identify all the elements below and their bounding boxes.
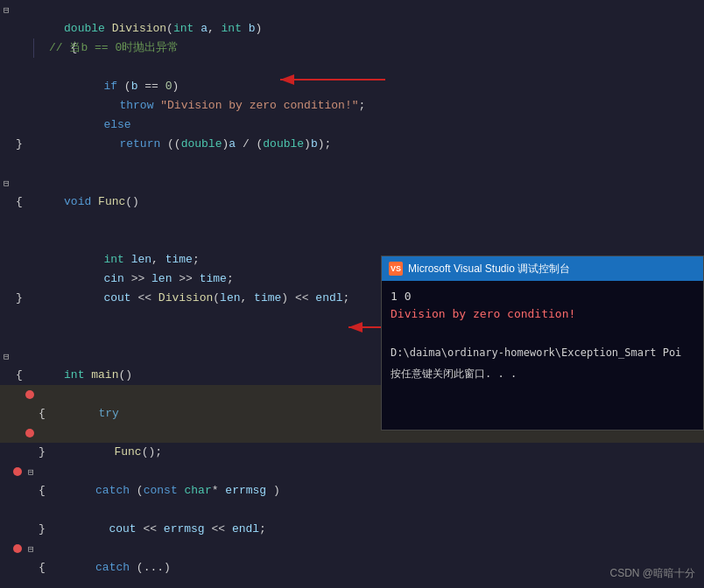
code-text-4: if (b == 0) [49, 58, 704, 77]
debug-console: VS Microsoft Visual Studio 调试控制台 1 0 Div… [381, 256, 704, 430]
code-line-6: else [0, 96, 704, 116]
code-text-26: { [39, 481, 704, 500]
collapse-btn-19[interactable]: ⊟ [4, 351, 10, 362]
code-line-24: } [0, 443, 704, 462]
code-text-25: catch (const char* errmsg ) [41, 462, 704, 481]
watermark-text: CSDN @暗暗十分 [609, 567, 695, 579]
collapse-btn-1[interactable]: ⊟ [4, 4, 10, 16]
code-line-8: } [0, 135, 704, 154]
watermark: CSDN @暗暗十分 [609, 566, 695, 581]
code-line-5: throw "Division by zero condition!"; [0, 77, 704, 96]
debug-output: 1 0 Division by zero condition! D:\daima… [382, 281, 703, 389]
code-text-31: cout << "unkown exception" << endl; [54, 578, 704, 588]
code-text-2: { [16, 19, 704, 38]
code-line-9 [0, 154, 704, 173]
breakpoint-dot-29 [13, 544, 22, 553]
code-text-1: double Division(int a, int b) [10, 0, 704, 19]
debug-console-title: Microsoft Visual Studio 调试控制台 [408, 262, 570, 276]
code-text-10: void Func() [10, 173, 704, 192]
debug-path: D:\daima\ordinary-homework\Exception_Sma… [391, 344, 694, 361]
code-line-25: ⊟ catch (const char* errmsg ) [0, 462, 704, 481]
code-text-27: cout << errmsg << endl; [54, 500, 704, 520]
code-text-12 [49, 212, 704, 231]
code-line-7: return ((double)a / (double)b); [0, 116, 704, 135]
code-line-28: } [0, 520, 704, 539]
code-text-30: { [39, 558, 704, 578]
code-text-29: catch (...) [41, 539, 704, 558]
code-line-12 [0, 212, 704, 231]
debug-titlebar: VS Microsoft Visual Studio 调试控制台 [382, 256, 703, 281]
code-text-24: } [39, 443, 704, 462]
code-text-13: int len, time; [49, 231, 704, 250]
code-line-29: ⊟ catch (...) [0, 539, 704, 558]
code-line-30: { [0, 558, 704, 578]
collapse-btn-10[interactable]: ⊟ [4, 178, 10, 189]
code-line-2: { [0, 19, 704, 38]
code-text-9 [16, 154, 704, 173]
debug-close-msg: 按任意键关闭此窗口. . . [391, 365, 694, 382]
code-text-3: // 当b == 0时抛出异常 [49, 38, 704, 58]
collapse-btn-29[interactable]: ⊟ [28, 543, 34, 555]
breakpoint-dot-25 [13, 467, 22, 476]
code-line-26: { [0, 481, 704, 500]
code-text-8: } [16, 135, 704, 154]
debug-line-3 [391, 323, 694, 340]
code-text-6: else [49, 96, 704, 116]
code-text-28: } [39, 520, 704, 539]
debug-line-1: 1 0 [391, 288, 694, 305]
code-line-31: cout << "unkown exception" << endl; [0, 578, 704, 588]
code-line-10: ⊟ void Func() [0, 173, 704, 192]
code-line-13: int len, time; [0, 231, 704, 250]
code-text-11: { [16, 192, 704, 212]
debug-line-2: Division by zero condition! [391, 305, 694, 323]
breakpoint-dot-23 [25, 429, 34, 438]
code-text-7: return ((double)a / (double)b); [65, 116, 704, 135]
code-line-11: { [0, 192, 704, 212]
editor-area: ⊟ double Division(int a, int b) { // 当b … [0, 0, 704, 588]
code-line-3: // 当b == 0时抛出异常 [0, 38, 704, 58]
breakpoint-dot-21 [25, 390, 34, 399]
collapse-btn-25[interactable]: ⊟ [28, 466, 34, 478]
code-text-5: throw "Division by zero condition!"; [65, 77, 704, 96]
code-line-1: ⊟ double Division(int a, int b) [0, 0, 704, 19]
vs-icon: VS [389, 262, 403, 276]
code-line-4: if (b == 0) [0, 58, 704, 77]
code-line-27: cout << errmsg << endl; [0, 500, 704, 520]
